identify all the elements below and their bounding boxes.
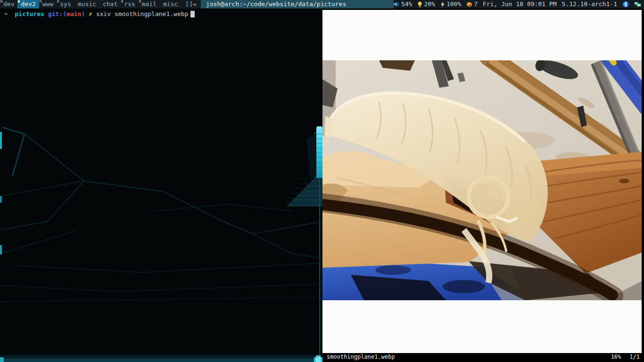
speaker-icon: [394, 1, 400, 7]
shell-prompt: ➜ pictures git:(main) ✗ sxiv smoothingpl…: [4, 10, 195, 18]
tag-dev[interactable]: dev: [0, 0, 17, 8]
prompt-directory: pictures: [15, 10, 44, 17]
tag-rss[interactable]: rss: [121, 0, 138, 8]
tag-label: dev: [3, 0, 14, 8]
bolt-icon: [440, 1, 445, 8]
network-tray-item[interactable]: [634, 1, 641, 8]
tag-label: dev2: [21, 0, 35, 8]
updates-segment: 7: [466, 0, 478, 8]
status-bar: dev dev2 www sys music chat rss mail mis…: [0, 0, 644, 8]
tag-occupied-indicator: [121, 0, 123, 2]
git-prefix: git:(: [48, 10, 66, 17]
viewer-canvas: [322, 10, 642, 353]
photo-smoothing-plane: [322, 60, 642, 300]
bluetooth-tray-item[interactable]: [622, 1, 629, 8]
tag-occupied-indicator: [0, 0, 2, 2]
tag-dev2[interactable]: dev2: [17, 0, 39, 8]
git-dirty-marker: ✗: [89, 10, 92, 17]
typed-command: sxiv smoothingplane1.webp: [96, 10, 189, 17]
focused-window-title: josh@arch:~/code/website/data/pictures: [201, 0, 394, 8]
tag-label: www: [42, 0, 53, 8]
brightness-value: 20%: [424, 0, 435, 8]
tag-music[interactable]: music: [74, 0, 99, 8]
power-segment: 100%: [440, 0, 461, 8]
git-branch: main: [66, 10, 81, 17]
tag-occupied-indicator: [57, 0, 59, 2]
power-value: 100%: [446, 0, 461, 8]
volume-value: 54%: [401, 0, 412, 8]
tag-occupied-indicator: [40, 0, 41, 2]
image-viewer-window[interactable]: smoothingplane1.webp 16% 1/1: [322, 8, 644, 362]
wallpaper: [0, 8, 322, 362]
tag-label: chat: [103, 0, 117, 8]
updates-value: 7: [474, 0, 478, 8]
terminal-window[interactable]: ➜ pictures git:(main) ✗ sxiv smoothingpl…: [0, 8, 322, 362]
viewer-status-bar: smoothingplane1.webp 16% 1/1: [322, 353, 644, 361]
datetime: Fri, Jun 18 09:01 PM: [483, 0, 557, 8]
tag-label: music: [78, 0, 96, 8]
viewed-image[interactable]: [322, 60, 642, 300]
desktop: dev dev2 www sys music chat rss mail mis…: [0, 0, 644, 362]
volume-segment: 54%: [394, 0, 412, 8]
workspace-tags: dev dev2 www sys music chat rss mail mis…: [0, 0, 181, 8]
kernel-version: 5.12.10-arch1-1: [562, 0, 617, 8]
status-segments: 54% 20% 100% 7 Fri, Jun 18 09:01 PM 5.12…: [394, 0, 644, 8]
tag-mail[interactable]: mail: [139, 0, 160, 8]
prompt-arrow: ➜: [4, 10, 8, 17]
brightness-segment: 20%: [417, 0, 435, 8]
tag-label: rss: [124, 0, 135, 8]
package-icon: [466, 1, 472, 7]
tag-www[interactable]: www: [39, 0, 57, 8]
lightbulb-icon: [417, 1, 422, 8]
tag-label: misc: [163, 0, 178, 8]
tag-occupied-indicator: [139, 0, 141, 2]
tag-label: sys: [60, 0, 71, 8]
tag-misc[interactable]: misc: [160, 0, 181, 8]
terminal-cursor: [190, 11, 195, 17]
bluetooth-icon: [622, 1, 629, 8]
network-icon: [634, 1, 641, 8]
viewer-zoom-level: 16%: [611, 353, 621, 361]
tag-selected-indicator: [18, 0, 20, 2]
viewer-image-index: 1/1: [629, 353, 640, 361]
tag-sys[interactable]: sys: [57, 0, 74, 8]
viewer-filename: smoothingplane1.webp: [327, 353, 395, 361]
layout-symbol[interactable]: []=: [181, 0, 200, 8]
tag-chat[interactable]: chat: [99, 0, 121, 8]
tag-label: mail: [142, 0, 157, 8]
